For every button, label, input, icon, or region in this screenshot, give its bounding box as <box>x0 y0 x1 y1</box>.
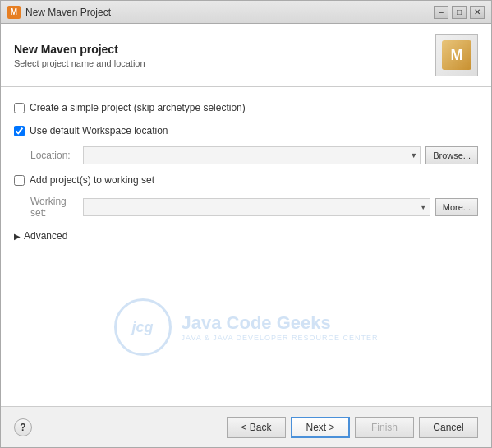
working-set-label: Working set: <box>30 196 78 219</box>
maven-icon: M <box>435 34 478 76</box>
location-label: Location: <box>30 150 78 161</box>
default-workspace-row: Use default Workspace location <box>14 123 478 138</box>
working-set-dropdown-wrapper: ▼ <box>83 198 430 216</box>
footer-buttons: < Back Next > Finish Cancel <box>32 417 478 438</box>
window-controls: – □ ✕ <box>434 6 485 19</box>
location-dropdown[interactable] <box>83 146 421 164</box>
jcg-text-block: Java Code Geeks JAVA & JAVA DEVELOPER RE… <box>182 312 379 342</box>
location-row: Location: ▼ Browse... <box>14 146 478 164</box>
advanced-expand-icon: ▶ <box>14 232 21 241</box>
default-workspace-checkbox[interactable] <box>14 126 25 136</box>
add-working-set-checkbox[interactable] <box>14 175 25 186</box>
jcg-logo: jcg Java Code Geeks JAVA & JAVA DEVELOPE… <box>114 298 379 356</box>
header-text: New Maven project Select project name an… <box>14 43 145 68</box>
main-window: M New Maven Project – □ ✕ New Maven proj… <box>0 0 492 448</box>
help-button[interactable]: ? <box>14 418 32 436</box>
page-title: New Maven project <box>14 43 145 56</box>
jcg-main-text: Java Code Geeks <box>182 312 379 334</box>
finish-button[interactable]: Finish <box>355 417 414 438</box>
advanced-label: Advanced <box>24 230 67 242</box>
working-set-dropdown[interactable] <box>83 198 430 216</box>
jcg-sub-text: JAVA & JAVA DEVELOPER RESOURCE CENTER <box>182 334 379 342</box>
back-button[interactable]: < Back <box>227 417 286 438</box>
working-set-checkbox-row: Add project(s) to working set <box>14 173 478 187</box>
browse-button[interactable]: Browse... <box>425 146 478 164</box>
jcg-circle-icon: jcg <box>114 298 172 356</box>
header-section: New Maven project Select project name an… <box>1 24 491 87</box>
simple-project-checkbox[interactable] <box>14 103 25 113</box>
window-title: New Maven Project <box>25 7 429 18</box>
add-working-set-label[interactable]: Add project(s) to working set <box>30 174 154 186</box>
minimize-button[interactable]: – <box>434 6 448 19</box>
maximize-button[interactable]: □ <box>452 6 467 19</box>
simple-project-row: Create a simple project (skip archetype … <box>14 100 478 115</box>
content-area: Create a simple project (skip archetype … <box>1 87 491 406</box>
more-button[interactable]: More... <box>435 198 478 216</box>
window-icon: M <box>7 6 21 19</box>
simple-project-label[interactable]: Create a simple project (skip archetype … <box>30 102 246 113</box>
close-button[interactable]: ✕ <box>470 6 485 19</box>
footer: ? < Back Next > Finish Cancel <box>1 406 491 447</box>
next-button[interactable]: Next > <box>291 417 350 438</box>
maven-icon-letter: M <box>442 40 471 70</box>
watermark-area: jcg Java Code Geeks JAVA & JAVA DEVELOPE… <box>14 261 478 393</box>
title-bar: M New Maven Project – □ ✕ <box>1 1 491 24</box>
page-subtitle: Select project name and location <box>14 58 145 68</box>
advanced-row[interactable]: ▶ Advanced <box>14 227 478 245</box>
default-workspace-label[interactable]: Use default Workspace location <box>30 125 168 136</box>
working-set-row: Working set: ▼ More... <box>14 196 478 219</box>
cancel-button[interactable]: Cancel <box>419 417 478 438</box>
location-dropdown-wrapper: ▼ <box>83 146 421 164</box>
